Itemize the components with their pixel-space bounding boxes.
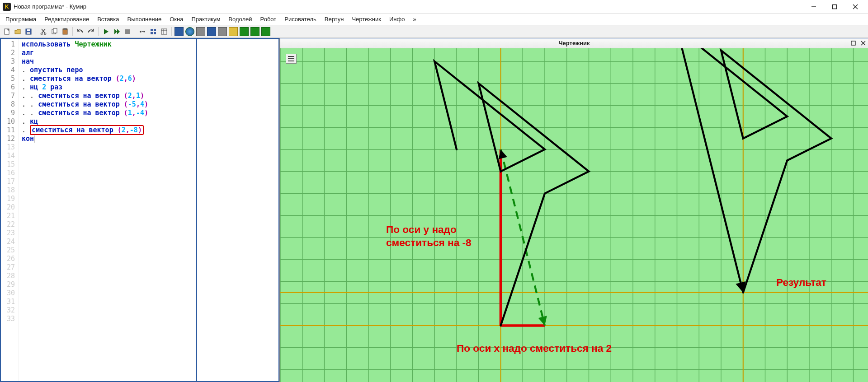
- close-button[interactable]: [845, 0, 865, 13]
- line-gutter: 1234567891011121314151617181920212223242…: [1, 39, 19, 381]
- actor-7-button[interactable]: [239, 27, 249, 37]
- code-line[interactable]: . . сместиться на вектор (1,-4): [22, 109, 193, 117]
- window-title: Новая программа* - Кумир: [14, 3, 804, 10]
- svg-marker-16: [104, 29, 108, 34]
- actor-6-button[interactable]: [228, 27, 238, 37]
- code-line[interactable]: нач: [22, 57, 193, 66]
- svg-rect-1: [833, 5, 837, 9]
- menu-0[interactable]: Программа: [2, 14, 40, 24]
- svg-rect-28: [851, 41, 855, 45]
- right-pane-maximize[interactable]: [848, 39, 858, 48]
- code-line[interactable]: . . сместиться на вектор (-5,4): [22, 100, 193, 109]
- svg-text:сместиться на -8: сместиться на -8: [386, 237, 472, 248]
- menu-11[interactable]: Инфо: [386, 14, 408, 24]
- svg-marker-17: [114, 29, 117, 34]
- code-line[interactable]: . сместиться на вектор (2,6): [22, 75, 193, 83]
- svg-rect-23: [151, 32, 153, 34]
- menu-12[interactable]: »: [409, 14, 420, 24]
- run-step-button[interactable]: [112, 27, 122, 37]
- menu-2[interactable]: Вставка: [94, 14, 123, 24]
- step-marker-button[interactable]: [137, 27, 147, 37]
- save-file-button[interactable]: [24, 27, 33, 37]
- undo-button[interactable]: [75, 27, 85, 37]
- actor-5-button[interactable]: [217, 27, 227, 37]
- menu-6[interactable]: Водолей: [225, 14, 255, 24]
- window-controls: [804, 0, 865, 13]
- redo-button[interactable]: [86, 27, 96, 37]
- menubar: ПрограммаРедактированиеВставкаВыполнение…: [0, 14, 868, 25]
- code-line[interactable]: . опустить перо: [22, 66, 193, 75]
- svg-rect-15: [64, 28, 66, 30]
- maximize-button[interactable]: [825, 0, 844, 13]
- svg-marker-18: [117, 29, 120, 34]
- svg-point-20: [140, 31, 142, 33]
- right-pane-title: Чертежник: [300, 40, 848, 47]
- actor-1-button[interactable]: [174, 27, 184, 37]
- actor-8-button[interactable]: [250, 27, 260, 37]
- code-line[interactable]: . сместиться на вектор (2,-8): [22, 126, 193, 135]
- new-file-button[interactable]: [2, 27, 12, 37]
- svg-text:Результат: Результат: [776, 277, 826, 288]
- menu-10[interactable]: Чертежник: [348, 14, 385, 24]
- menu-3[interactable]: Выполнение: [123, 14, 165, 24]
- toolbar: [0, 25, 868, 38]
- svg-rect-22: [154, 29, 156, 31]
- svg-rect-13: [53, 28, 57, 33]
- run-button[interactable]: [101, 27, 111, 37]
- menu-4[interactable]: Окна: [166, 14, 187, 24]
- actor-2-button[interactable]: [185, 27, 195, 37]
- menu-7[interactable]: Робот: [257, 14, 280, 24]
- open-file-button[interactable]: [13, 27, 23, 37]
- paste-button[interactable]: [60, 27, 70, 37]
- code-line[interactable]: . нц 2 раз: [22, 83, 193, 92]
- menu-8[interactable]: Рисователь: [281, 14, 320, 24]
- copy-button[interactable]: [49, 27, 59, 37]
- svg-text:По оси y надо: По оси y надо: [386, 224, 457, 235]
- svg-rect-24: [154, 32, 156, 34]
- left-pane: 1234567891011121314151617181920212223242…: [0, 38, 280, 382]
- minimize-button[interactable]: [804, 0, 824, 13]
- svg-text:По оси x надо сместиться на  2: По оси x надо сместиться на 2: [457, 343, 612, 354]
- app-icon: K: [3, 3, 11, 11]
- actor-4-button[interactable]: [207, 27, 217, 37]
- svg-rect-19: [125, 29, 130, 34]
- editor[interactable]: 1234567891011121314151617181920212223242…: [0, 38, 279, 382]
- right-pane-close[interactable]: [858, 39, 868, 48]
- code-line[interactable]: использовать Чертежник: [22, 40, 193, 49]
- svg-rect-21: [151, 29, 153, 31]
- code-line[interactable]: кон: [22, 135, 193, 143]
- svg-rect-7: [27, 32, 30, 34]
- menu-1[interactable]: Редактирование: [41, 14, 93, 24]
- actors-toggle-button[interactable]: [148, 27, 158, 37]
- cut-button[interactable]: [38, 27, 48, 37]
- titlebar: K Новая программа* - Кумир: [0, 0, 868, 14]
- code-line[interactable]: . . сместиться на вектор (2,1): [22, 92, 193, 100]
- margin-area: [197, 39, 278, 381]
- actors-panel-button[interactable]: [159, 27, 169, 37]
- menu-5[interactable]: Практикум: [188, 14, 224, 24]
- stop-button[interactable]: [123, 27, 132, 37]
- canvas-menu-button[interactable]: [286, 54, 297, 64]
- svg-rect-6: [27, 29, 30, 31]
- code-line[interactable]: алг: [22, 49, 193, 57]
- right-pane-titlebar: Чертежник: [280, 38, 868, 48]
- drawing-canvas[interactable]: По оси y надосместиться на -8По оси x на…: [280, 48, 868, 382]
- menu-9[interactable]: Вертун: [321, 14, 348, 24]
- code-area[interactable]: использовать Чертежникалгнач. опустить п…: [19, 39, 197, 381]
- actor-3-button[interactable]: [196, 27, 206, 37]
- main-area: 1234567891011121314151617181920212223242…: [0, 38, 868, 382]
- actor-9-button[interactable]: [261, 27, 271, 37]
- right-pane: Чертежник По оси y надосместиться на -8П…: [280, 38, 868, 382]
- svg-rect-25: [161, 29, 167, 34]
